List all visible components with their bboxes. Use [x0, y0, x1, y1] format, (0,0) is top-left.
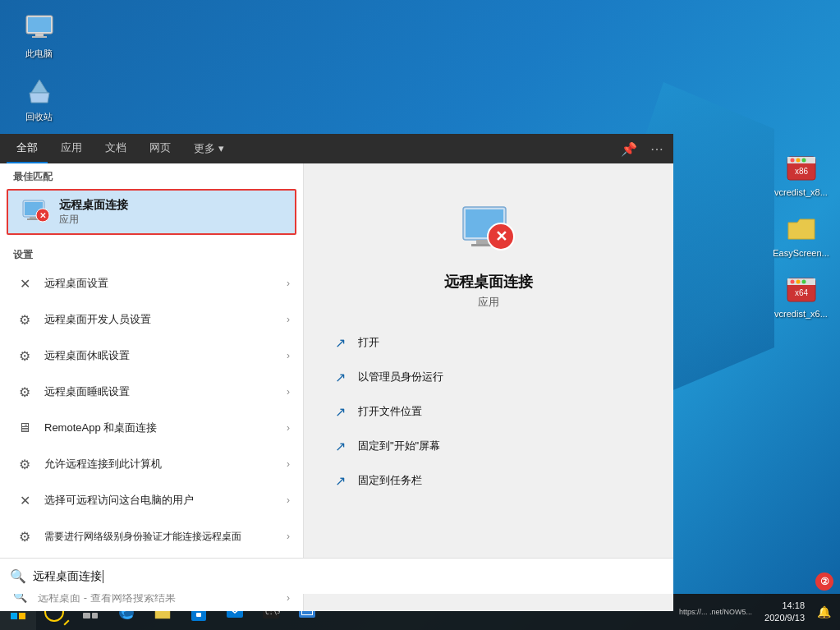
settings-icon-7: ⚙ [13, 525, 36, 548]
vcredist-x86-icon: x86 [785, 151, 818, 184]
search-results: 最佳匹配 ✕ 远程桌面连接 [0, 163, 673, 611]
arrow-2: › [287, 350, 290, 361]
best-match-item[interactable]: ✕ 远程桌面连接 应用 [7, 189, 296, 235]
search-cursor [103, 570, 103, 583]
settings-icon-2: ⚙ [13, 344, 36, 367]
icon-computer[interactable]: 此电脑 [8, 8, 70, 63]
pin-taskbar-icon: ↗ [330, 471, 350, 490]
tab-apps[interactable]: 应用 [51, 134, 92, 163]
settings-icon-5: ⚙ [13, 453, 36, 476]
desktop-icons-right: x86 vcredist_x8... EasyScreen... [770, 148, 832, 322]
computer-label: 此电脑 [25, 48, 53, 60]
app-big-name: 远程桌面连接 [444, 272, 533, 292]
badge-2: ② [815, 573, 833, 591]
search-tab-icons: 📌 ⋯ [617, 138, 667, 160]
action-open[interactable]: ↗ 打开 [320, 326, 657, 359]
svg-rect-1 [28, 17, 51, 32]
system-tray: https://... .net/NOW5... 14:18 2020/9/13… [677, 600, 840, 625]
settings-label-6: 选择可远程访问这台电脑的用户 [44, 493, 287, 508]
search-bar-search-icon: 🔍 [10, 568, 26, 584]
app-actions: ↗ 打开 ↗ 以管理员身份运行 ↗ 打开文件位置 ↗ 固定到"开始"屏幕 [320, 326, 657, 497]
vcredist-x64-label: vcredist_x6... [774, 309, 828, 319]
action-open-location[interactable]: ↗ 打开文件位置 [320, 395, 657, 428]
svg-rect-3 [32, 36, 47, 38]
svg-rect-47 [92, 613, 98, 619]
settings-label-0: 远程桌面设置 [44, 276, 287, 291]
vcredist-x64-icon: x64 [785, 273, 818, 306]
settings-item-4[interactable]: 🖥 RemoteApp 和桌面连接 › [0, 410, 303, 446]
icon-easyscreen[interactable]: EasyScreen... [770, 209, 832, 261]
arrow-6: › [287, 494, 290, 506]
admin-icon: ↗ [330, 367, 350, 387]
tab-more[interactable]: 更多 ▾ [184, 135, 234, 163]
svg-rect-43 [19, 613, 25, 619]
recycle-label: 回收站 [25, 111, 53, 123]
vcredist-x86-label: vcredist_x8... [774, 187, 828, 197]
pin-start-icon: ↗ [330, 436, 350, 456]
search-tabs: 全部 应用 文档 网页 更多 ▾ 📌 ⋯ [0, 134, 673, 163]
settings-label-3: 远程桌面睡眠设置 [44, 384, 287, 399]
settings-item-7[interactable]: ⚙ 需要进行网络级别身份验证才能连接远程桌面 › [0, 518, 303, 554]
settings-item-2[interactable]: ⚙ 远程桌面休眠设置 › [0, 338, 303, 374]
icon-recycle[interactable]: 回收站 [8, 71, 70, 126]
svg-point-19 [796, 159, 800, 163]
easyscreen-label: EasyScreen... [773, 248, 829, 258]
app-big-icon: ✕ [456, 196, 521, 262]
svg-rect-50 [196, 613, 201, 617]
svg-point-18 [790, 159, 794, 163]
svg-rect-46 [83, 613, 90, 619]
settings-label-4: RemoteApp 和桌面连接 [44, 421, 287, 435]
pin-icon[interactable]: 📌 [617, 138, 640, 160]
settings-item-6[interactable]: ✕ 选择可远程访问这台电脑的用户 › [0, 482, 303, 518]
easyscreen-icon [785, 212, 818, 245]
search-overlay: 全部 应用 文档 网页 更多 ▾ 📌 ⋯ 最佳匹配 [0, 134, 673, 594]
clock-date: 2020/9/13 [764, 612, 805, 624]
action-pin-start[interactable]: ↗ 固定到"开始"屏幕 [320, 430, 657, 462]
svg-text:x86: x86 [794, 167, 808, 176]
settings-item-1[interactable]: ⚙ 远程桌面开发人员设置 › [0, 301, 303, 338]
best-match-type: 应用 [59, 213, 282, 227]
svg-text:x64: x64 [794, 288, 808, 297]
arrow-7: › [287, 531, 290, 542]
settings-item-5[interactable]: ⚙ 允许远程连接到此计算机 › [0, 446, 303, 482]
settings-label-1: 远程桌面开发人员设置 [44, 312, 287, 327]
open-icon: ↗ [330, 333, 350, 352]
settings-icon-6: ✕ [13, 489, 36, 512]
settings-label-5: 允许远程连接到此计算机 [44, 457, 287, 471]
arrow-4: › [287, 422, 290, 434]
tray-text: https://... .net/NOW5... [677, 606, 755, 618]
svg-text:✕: ✕ [39, 211, 46, 220]
svg-rect-42 [11, 613, 17, 619]
desktop: 此电脑 回收站 WinS... [0, 0, 840, 630]
system-clock[interactable]: 14:18 2020/9/13 [758, 600, 811, 625]
svg-point-20 [801, 159, 806, 163]
rdp-icon: ✕ [21, 197, 51, 227]
arrow-3: › [287, 386, 290, 398]
notification-icon[interactable]: 🔔 [815, 604, 833, 620]
arrow-1: › [287, 314, 290, 325]
tab-web[interactable]: 网页 [140, 134, 181, 163]
settings-item-0[interactable]: ✕ 远程桌面设置 › [0, 265, 303, 301]
best-match-name: 远程桌面连接 [59, 198, 282, 213]
web-arrow-0: › [287, 592, 290, 604]
icon-vcredist-x86[interactable]: x86 vcredist_x8... [770, 148, 832, 200]
settings-label-2: 远程桌面休眠设置 [44, 348, 287, 363]
svg-text:✕: ✕ [495, 228, 507, 245]
dots-icon[interactable]: ⋯ [647, 138, 667, 160]
best-match-title: 最佳匹配 [0, 163, 303, 187]
settings-icon-3: ⚙ [13, 380, 36, 403]
tab-docs[interactable]: 文档 [95, 134, 136, 163]
svg-point-25 [796, 280, 800, 284]
action-run-admin[interactable]: ↗ 以管理员身份运行 [320, 361, 657, 393]
computer-icon [23, 11, 56, 44]
icon-vcredist-x64[interactable]: x64 vcredist_x6... [770, 269, 832, 322]
search-right-panel: ✕ 远程桌面连接 应用 ↗ 打开 ↗ 以管理员身份运行 ↗ [304, 163, 673, 611]
search-bar[interactable]: 🔍 远程桌面连接 [0, 558, 673, 594]
clock-time: 14:18 [764, 600, 805, 612]
svg-point-26 [801, 280, 806, 284]
settings-icon-1: ⚙ [13, 308, 36, 331]
settings-item-3[interactable]: ⚙ 远程桌面睡眠设置 › [0, 374, 303, 410]
best-match-text: 远程桌面连接 应用 [59, 198, 282, 227]
action-pin-taskbar[interactable]: ↗ 固定到任务栏 [320, 464, 657, 497]
tab-all[interactable]: 全部 [7, 134, 48, 163]
